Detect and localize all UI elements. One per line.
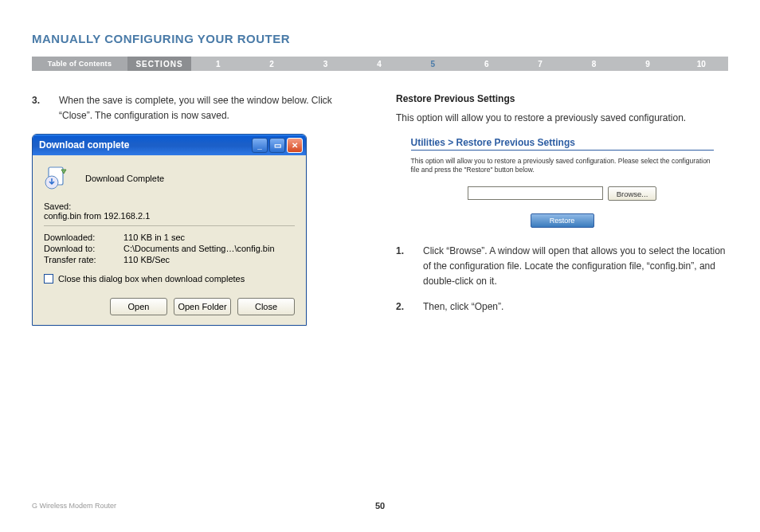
close-icon[interactable]: ✕: [287, 138, 303, 153]
nav-section-9[interactable]: 9: [621, 57, 674, 71]
close-when-done-label: Close this dialog box when download comp…: [58, 274, 245, 284]
open-folder-button[interactable]: Open Folder: [174, 298, 231, 315]
router-breadcrumb: Utilities > Restore Previous Settings: [411, 137, 714, 151]
close-when-done-checkbox[interactable]: [44, 274, 53, 284]
download-complete-dialog: Download complete _ ▭ ✕: [32, 134, 307, 326]
step-text: Click “Browse”. A window will open that …: [423, 244, 728, 288]
nav-section-5[interactable]: 5: [406, 57, 460, 71]
page-number: 50: [375, 501, 385, 510]
download-to-label: Download to:: [44, 244, 123, 253]
step-number: 1.: [396, 244, 410, 288]
transfer-rate-label: Transfer rate:: [44, 255, 123, 264]
nav-section-7[interactable]: 7: [513, 57, 566, 71]
nav-section-2[interactable]: 2: [245, 57, 298, 71]
section-navbar: Table of Contents SECTIONS 1 2 3 4 5 6 7…: [32, 57, 728, 71]
step-text: Then, click “Open”.: [423, 299, 503, 315]
saved-label: Saved:: [44, 201, 295, 211]
router-description: This option will allow you to restore a …: [411, 157, 714, 176]
nav-sections-label: SECTIONS: [127, 57, 191, 71]
saved-value: config.bin from 192.168.2.1: [44, 211, 295, 221]
divider: [44, 225, 295, 226]
product-name: G Wireless Modem Router: [32, 502, 116, 510]
nav-section-10[interactable]: 10: [675, 57, 728, 71]
close-button[interactable]: Close: [237, 298, 295, 315]
maximize-icon[interactable]: ▭: [269, 138, 285, 153]
router-ui-screenshot: Utilities > Restore Previous Settings Th…: [411, 137, 714, 229]
restore-intro: This option will allow you to restore a …: [396, 111, 728, 126]
config-file-input[interactable]: [468, 186, 603, 200]
download-complete-icon: [44, 165, 71, 192]
dialog-heading: Download Complete: [85, 174, 164, 183]
step-number: 2.: [396, 299, 410, 315]
downloaded-label: Downloaded:: [44, 233, 123, 242]
download-to-value: C:\Documents and Setting…\config.bin: [123, 244, 275, 253]
browse-button[interactable]: Browse...: [608, 186, 657, 201]
nav-section-1[interactable]: 1: [191, 57, 245, 71]
page-title: MANUALLY CONFIGURING YOUR ROUTER: [32, 32, 728, 45]
step-number: 3.: [32, 93, 46, 123]
nav-section-4[interactable]: 4: [352, 57, 405, 71]
dialog-titlebar: Download complete _ ▭ ✕: [33, 135, 306, 155]
nav-section-3[interactable]: 3: [299, 57, 352, 71]
page-footer: G Wireless Modem Router 50: [32, 502, 728, 510]
nav-section-8[interactable]: 8: [567, 57, 621, 71]
downloaded-value: 110 KB in 1 sec: [123, 233, 185, 242]
restore-button[interactable]: Restore: [531, 213, 594, 228]
minimize-icon[interactable]: _: [252, 138, 268, 153]
restore-heading: Restore Previous Settings: [396, 93, 728, 104]
step-text: When the save is complete, you will see …: [59, 93, 364, 123]
nav-section-6[interactable]: 6: [460, 57, 513, 71]
open-button[interactable]: Open: [110, 298, 167, 315]
dialog-title: Download complete: [39, 139, 129, 151]
transfer-rate-value: 110 KB/Sec: [123, 255, 170, 264]
nav-toc[interactable]: Table of Contents: [32, 57, 127, 71]
